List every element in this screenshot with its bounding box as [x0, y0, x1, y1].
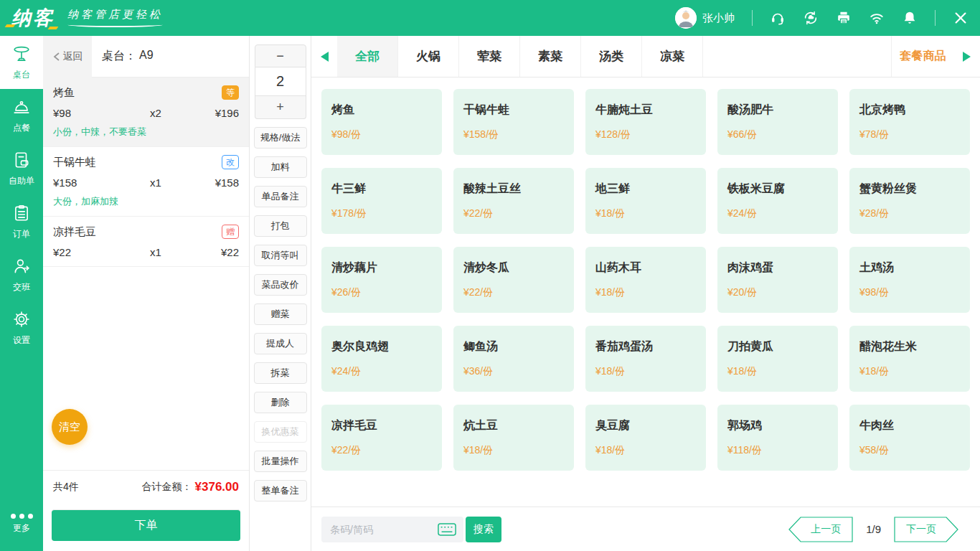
cancel-wait-button[interactable]: 取消等叫 [254, 245, 307, 266]
combo-products-button[interactable]: 套餐商品 [891, 36, 954, 77]
delete-button[interactable]: 删除 [254, 392, 307, 413]
item-name: 干锅牛蛙 [53, 156, 96, 169]
submit-order-button[interactable]: 下单 [52, 509, 240, 541]
menu-item-card[interactable]: 山药木耳¥18/份 [585, 247, 706, 313]
tagline-underline [67, 22, 163, 27]
dish-price: ¥26/份 [331, 286, 432, 299]
tab-soup[interactable]: 汤类 [581, 36, 642, 77]
menu-item-card[interactable]: 北京烤鸭¥78/份 [849, 89, 970, 155]
menu-item-card[interactable]: 清炒藕片¥26/份 [321, 247, 442, 313]
user-account[interactable]: 张小帅 [675, 7, 735, 29]
search-button[interactable]: 搜索 [466, 517, 501, 542]
order-items-list: 烤鱼 等 ¥98 x2 ¥196 小份，中辣，不要香菜 干锅牛蛙 改 ¥158 … [43, 77, 249, 267]
order-item[interactable]: 干锅牛蛙 改 ¥158 x1 ¥158 大份，加麻加辣 [43, 147, 249, 217]
batch-operation-button[interactable]: 批量操作 [254, 451, 307, 472]
close-icon[interactable] [953, 10, 969, 26]
printer-icon[interactable] [836, 10, 852, 26]
menu-item-card[interactable]: 番茄鸡蛋汤¥18/份 [585, 326, 706, 392]
dish-price: ¥22/份 [331, 444, 432, 457]
split-dish-button[interactable]: 拆菜 [254, 362, 307, 384]
dish-price: ¥18/份 [595, 444, 696, 457]
item-count: 共4件 [53, 481, 142, 494]
change-price-button[interactable]: 菜品改价 [254, 274, 307, 296]
gift-dish-button[interactable]: 赠菜 [254, 303, 307, 325]
menu-item-card[interactable]: 鲫鱼汤¥36/份 [453, 326, 574, 392]
dish-price: ¥58/份 [859, 444, 960, 457]
order-summary: 共4件 合计金额： ¥376.00 [43, 470, 249, 504]
menu-item-card[interactable]: 牛腩炖土豆¥128/份 [585, 89, 706, 155]
dish-price: ¥18/份 [595, 207, 696, 220]
menu-grid: 烤鱼¥98/份 干锅牛蛙¥158/份 牛腩炖土豆¥128/份 酸汤肥牛¥66/份… [311, 77, 980, 507]
menu-item-card[interactable]: 郭场鸡¥118/份 [717, 405, 838, 471]
dish-price: ¥66/份 [727, 128, 828, 141]
menu-item-card[interactable]: 刀拍黄瓜¥18/份 [717, 326, 838, 392]
menu-item-card[interactable]: 土鸡汤¥98/份 [849, 247, 970, 313]
app-logo: 纳客 [11, 5, 55, 31]
dish-name: 铁板米豆腐 [727, 182, 828, 197]
dish-name: 奥尔良鸡翅 [331, 339, 432, 354]
menu-item-card[interactable]: 炕土豆¥18/份 [453, 405, 574, 471]
item-name: 烤鱼 [53, 86, 75, 100]
header-divider [935, 10, 936, 26]
qty-minus-button[interactable]: − [255, 44, 306, 67]
sidebar-item-self-order[interactable]: 自助单 [0, 142, 43, 195]
sidebar-item-settings[interactable]: 设置 [0, 301, 43, 354]
sidebar-item-more[interactable]: 更多 [0, 502, 43, 545]
spec-method-button[interactable]: 规格/做法 [254, 127, 307, 149]
menu-item-card[interactable]: 清炒冬瓜¥22/份 [453, 247, 574, 313]
app-header: 纳客 纳客管店更轻松 张小帅 [0, 0, 980, 36]
commission-button[interactable]: 提成人 [254, 333, 307, 354]
takeout-button[interactable]: 打包 [254, 215, 307, 237]
clear-button[interactable]: 清空 [52, 409, 88, 445]
back-button[interactable]: 返回 [43, 36, 92, 77]
sidebar-item-shift[interactable]: 交班 [0, 248, 43, 301]
dish-name: 牛肉丝 [859, 418, 960, 433]
order-item[interactable]: 烤鱼 等 ¥98 x2 ¥196 小份，中辣，不要香菜 [43, 77, 249, 147]
next-page-button[interactable]: 下一页 [894, 517, 958, 542]
tabs-scroll-right-button[interactable] [954, 36, 980, 77]
menu-item-card[interactable]: 凉拌毛豆¥22/份 [321, 405, 442, 471]
cloud-sync-icon[interactable] [803, 10, 819, 26]
menu-item-card[interactable]: 牛肉丝¥58/份 [849, 405, 970, 471]
tab-hotpot[interactable]: 火锅 [398, 36, 459, 77]
menu-item-card[interactable]: 烤鱼¥98/份 [321, 89, 442, 155]
customer-service-icon[interactable] [770, 10, 786, 26]
tab-vegetable[interactable]: 素菜 [520, 36, 581, 77]
menu-item-card[interactable]: 地三鲜¥18/份 [585, 168, 706, 234]
menu-item-card[interactable]: 牛三鲜¥178/份 [321, 168, 442, 234]
add-topping-button[interactable]: 加料 [254, 156, 307, 178]
sidebar-item-tables[interactable]: 桌台 [0, 36, 43, 89]
menu-item-card[interactable]: 肉沫鸡蛋¥20/份 [717, 247, 838, 313]
menu-item-card[interactable]: 干锅牛蛙¥158/份 [453, 89, 574, 155]
menu-item-card[interactable]: 酸汤肥牛¥66/份 [717, 89, 838, 155]
keyboard-icon[interactable] [438, 523, 456, 536]
menu-item-card[interactable]: 醋泡花生米¥18/份 [849, 326, 970, 392]
bell-icon[interactable] [902, 10, 918, 26]
header-divider [752, 10, 753, 26]
tab-cold[interactable]: 凉菜 [642, 36, 703, 77]
sidebar-item-order-food[interactable]: 点餐 [0, 89, 43, 142]
qty-plus-button[interactable]: + [255, 96, 306, 119]
order-panel: 返回 桌台：A9 烤鱼 等 ¥98 x2 ¥196 小份，中辣，不要香菜 干锅牛… [43, 36, 250, 551]
tab-all[interactable]: 全部 [337, 36, 398, 77]
dish-name: 臭豆腐 [595, 418, 696, 433]
menu-item-card[interactable]: 奥尔良鸡翅¥24/份 [321, 326, 442, 392]
menu-item-card[interactable]: 蟹黄粉丝煲¥28/份 [849, 168, 970, 234]
tabs-scroll-left-button[interactable] [311, 36, 337, 77]
item-remark-button[interactable]: 单品备注 [254, 186, 307, 207]
order-footer: 共4件 合计金额： ¥376.00 下单 [43, 470, 249, 551]
order-remark-button[interactable]: 整单备注 [254, 480, 307, 501]
wifi-icon[interactable] [869, 10, 885, 26]
prev-page-button[interactable]: 上一页 [788, 517, 853, 542]
menu-item-card[interactable]: 铁板米豆腐¥24/份 [717, 168, 838, 234]
dish-price: ¥18/份 [463, 444, 564, 457]
sidebar-item-orders[interactable]: 订单 [0, 195, 43, 248]
order-item[interactable]: 凉拌毛豆 赠 ¥22 x1 ¥22 [43, 217, 249, 267]
dish-price: ¥28/份 [859, 207, 960, 220]
dish-name: 牛三鲜 [331, 182, 432, 197]
order-panel-header: 返回 桌台：A9 [43, 36, 249, 77]
menu-item-card[interactable]: 酸辣土豆丝¥22/份 [453, 168, 574, 234]
tab-meat[interactable]: 荤菜 [459, 36, 520, 77]
bottom-bar: 搜索 上一页 1/9 下一页 [311, 507, 980, 551]
menu-item-card[interactable]: 臭豆腐¥18/份 [585, 405, 706, 471]
